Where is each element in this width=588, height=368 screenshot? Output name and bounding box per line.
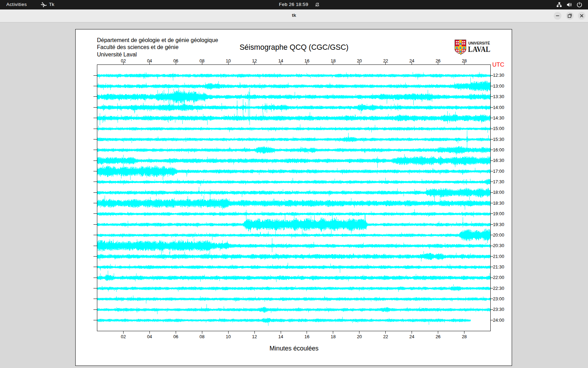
svg-text:LAVAL: LAVAL (468, 45, 490, 54)
